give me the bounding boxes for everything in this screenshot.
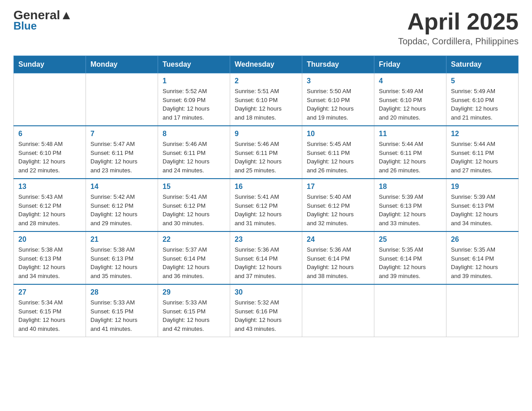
calendar-cell xyxy=(446,284,519,337)
calendar-header-tuesday: Tuesday xyxy=(158,56,230,73)
calendar-cell: 27Sunrise: 5:34 AM Sunset: 6:15 PM Dayli… xyxy=(14,284,86,337)
day-info: Sunrise: 5:43 AM Sunset: 6:12 PM Dayligh… xyxy=(18,193,81,227)
day-info: Sunrise: 5:41 AM Sunset: 6:12 PM Dayligh… xyxy=(235,193,297,227)
month-title: April 2025 xyxy=(398,9,519,34)
calendar-cell: 28Sunrise: 5:33 AM Sunset: 6:15 PM Dayli… xyxy=(86,284,158,337)
day-number: 25 xyxy=(379,235,442,244)
day-info: Sunrise: 5:33 AM Sunset: 6:15 PM Dayligh… xyxy=(90,298,153,333)
calendar-cell: 6Sunrise: 5:48 AM Sunset: 6:10 PM Daylig… xyxy=(14,126,86,179)
calendar-header-saturday: Saturday xyxy=(446,56,519,73)
calendar-cell: 7Sunrise: 5:47 AM Sunset: 6:11 PM Daylig… xyxy=(86,126,158,179)
calendar-cell: 14Sunrise: 5:42 AM Sunset: 6:12 PM Dayli… xyxy=(86,179,158,231)
calendar-cell: 18Sunrise: 5:39 AM Sunset: 6:13 PM Dayli… xyxy=(374,179,446,231)
day-info: Sunrise: 5:38 AM Sunset: 6:13 PM Dayligh… xyxy=(18,245,81,280)
calendar-cell: 5Sunrise: 5:49 AM Sunset: 6:10 PM Daylig… xyxy=(446,73,519,126)
day-info: Sunrise: 5:46 AM Sunset: 6:11 PM Dayligh… xyxy=(235,140,297,175)
calendar-cell: 30Sunrise: 5:32 AM Sunset: 6:16 PM Dayli… xyxy=(230,284,302,337)
day-info: Sunrise: 5:36 AM Sunset: 6:14 PM Dayligh… xyxy=(235,245,297,280)
calendar-cell: 24Sunrise: 5:36 AM Sunset: 6:14 PM Dayli… xyxy=(302,231,374,284)
calendar-table: SundayMondayTuesdayWednesdayThursdayFrid… xyxy=(13,56,519,337)
calendar-cell: 22Sunrise: 5:37 AM Sunset: 6:14 PM Dayli… xyxy=(158,231,230,284)
day-number: 11 xyxy=(379,130,442,138)
day-info: Sunrise: 5:35 AM Sunset: 6:14 PM Dayligh… xyxy=(379,245,442,280)
week-row-2: 6Sunrise: 5:48 AM Sunset: 6:10 PM Daylig… xyxy=(14,126,519,179)
calendar-cell: 8Sunrise: 5:46 AM Sunset: 6:11 PM Daylig… xyxy=(158,126,230,179)
day-number: 14 xyxy=(90,183,153,191)
calendar-cell: 29Sunrise: 5:33 AM Sunset: 6:15 PM Dayli… xyxy=(158,284,230,337)
week-row-5: 27Sunrise: 5:34 AM Sunset: 6:15 PM Dayli… xyxy=(14,284,519,337)
day-info: Sunrise: 5:33 AM Sunset: 6:15 PM Dayligh… xyxy=(163,298,225,333)
day-info: Sunrise: 5:42 AM Sunset: 6:12 PM Dayligh… xyxy=(90,193,153,227)
calendar-header-thursday: Thursday xyxy=(302,56,374,73)
day-info: Sunrise: 5:39 AM Sunset: 6:13 PM Dayligh… xyxy=(379,193,442,227)
calendar-cell: 17Sunrise: 5:40 AM Sunset: 6:12 PM Dayli… xyxy=(302,179,374,231)
day-info: Sunrise: 5:34 AM Sunset: 6:15 PM Dayligh… xyxy=(18,298,81,333)
day-number: 13 xyxy=(18,183,81,191)
day-number: 22 xyxy=(163,235,225,244)
day-info: Sunrise: 5:38 AM Sunset: 6:13 PM Dayligh… xyxy=(90,245,153,280)
calendar-cell xyxy=(86,73,158,126)
day-number: 5 xyxy=(451,77,514,85)
logo: General▲ Blue xyxy=(13,9,73,32)
day-number: 28 xyxy=(90,288,153,296)
calendar-cell: 11Sunrise: 5:44 AM Sunset: 6:11 PM Dayli… xyxy=(374,126,446,179)
calendar-cell: 20Sunrise: 5:38 AM Sunset: 6:13 PM Dayli… xyxy=(14,231,86,284)
day-info: Sunrise: 5:47 AM Sunset: 6:11 PM Dayligh… xyxy=(90,140,153,175)
title-block: April 2025 Topdac, Cordillera, Philippin… xyxy=(398,9,519,47)
day-number: 9 xyxy=(235,130,297,138)
day-number: 1 xyxy=(163,77,225,85)
day-info: Sunrise: 5:52 AM Sunset: 6:09 PM Dayligh… xyxy=(163,87,225,122)
day-number: 26 xyxy=(451,235,514,244)
calendar-cell: 1Sunrise: 5:52 AM Sunset: 6:09 PM Daylig… xyxy=(158,73,230,126)
calendar-header-monday: Monday xyxy=(86,56,158,73)
day-number: 10 xyxy=(307,130,369,138)
calendar-header-friday: Friday xyxy=(374,56,446,73)
calendar-header-row: SundayMondayTuesdayWednesdayThursdayFrid… xyxy=(14,56,519,73)
day-info: Sunrise: 5:44 AM Sunset: 6:11 PM Dayligh… xyxy=(379,140,442,175)
day-info: Sunrise: 5:49 AM Sunset: 6:10 PM Dayligh… xyxy=(379,87,442,122)
calendar-cell xyxy=(302,284,374,337)
day-number: 3 xyxy=(307,77,369,85)
calendar-cell: 4Sunrise: 5:49 AM Sunset: 6:10 PM Daylig… xyxy=(374,73,446,126)
day-number: 6 xyxy=(18,130,81,138)
day-number: 21 xyxy=(90,235,153,244)
calendar-cell xyxy=(14,73,86,126)
day-info: Sunrise: 5:35 AM Sunset: 6:14 PM Dayligh… xyxy=(451,245,514,280)
logo-blue: Blue xyxy=(13,20,37,32)
day-number: 24 xyxy=(307,235,369,244)
day-number: 23 xyxy=(235,235,297,244)
location: Topdac, Cordillera, Philippines xyxy=(398,36,519,47)
day-number: 19 xyxy=(451,183,514,191)
day-info: Sunrise: 5:50 AM Sunset: 6:10 PM Dayligh… xyxy=(307,87,369,122)
day-number: 16 xyxy=(235,183,297,191)
day-info: Sunrise: 5:49 AM Sunset: 6:10 PM Dayligh… xyxy=(451,87,514,122)
calendar-header-wednesday: Wednesday xyxy=(230,56,302,73)
day-number: 20 xyxy=(18,235,81,244)
day-info: Sunrise: 5:51 AM Sunset: 6:10 PM Dayligh… xyxy=(235,87,297,122)
calendar-cell: 15Sunrise: 5:41 AM Sunset: 6:12 PM Dayli… xyxy=(158,179,230,231)
day-info: Sunrise: 5:44 AM Sunset: 6:11 PM Dayligh… xyxy=(451,140,514,175)
day-info: Sunrise: 5:46 AM Sunset: 6:11 PM Dayligh… xyxy=(163,140,225,175)
calendar-cell: 19Sunrise: 5:39 AM Sunset: 6:13 PM Dayli… xyxy=(446,179,519,231)
calendar-cell: 21Sunrise: 5:38 AM Sunset: 6:13 PM Dayli… xyxy=(86,231,158,284)
day-number: 8 xyxy=(163,130,225,138)
calendar-cell: 10Sunrise: 5:45 AM Sunset: 6:11 PM Dayli… xyxy=(302,126,374,179)
calendar-cell: 26Sunrise: 5:35 AM Sunset: 6:14 PM Dayli… xyxy=(446,231,519,284)
day-info: Sunrise: 5:45 AM Sunset: 6:11 PM Dayligh… xyxy=(307,140,369,175)
day-number: 29 xyxy=(163,288,225,296)
day-info: Sunrise: 5:48 AM Sunset: 6:10 PM Dayligh… xyxy=(18,140,81,175)
day-info: Sunrise: 5:40 AM Sunset: 6:12 PM Dayligh… xyxy=(307,193,369,227)
day-info: Sunrise: 5:41 AM Sunset: 6:12 PM Dayligh… xyxy=(163,193,225,227)
day-info: Sunrise: 5:37 AM Sunset: 6:14 PM Dayligh… xyxy=(163,245,225,280)
calendar-cell: 9Sunrise: 5:46 AM Sunset: 6:11 PM Daylig… xyxy=(230,126,302,179)
day-number: 2 xyxy=(235,77,297,85)
week-row-3: 13Sunrise: 5:43 AM Sunset: 6:12 PM Dayli… xyxy=(14,179,519,231)
day-number: 17 xyxy=(307,183,369,191)
day-number: 27 xyxy=(18,288,81,296)
day-number: 12 xyxy=(451,130,514,138)
day-number: 30 xyxy=(235,288,297,296)
calendar-cell: 3Sunrise: 5:50 AM Sunset: 6:10 PM Daylig… xyxy=(302,73,374,126)
week-row-4: 20Sunrise: 5:38 AM Sunset: 6:13 PM Dayli… xyxy=(14,231,519,284)
calendar-cell: 2Sunrise: 5:51 AM Sunset: 6:10 PM Daylig… xyxy=(230,73,302,126)
day-number: 7 xyxy=(90,130,153,138)
